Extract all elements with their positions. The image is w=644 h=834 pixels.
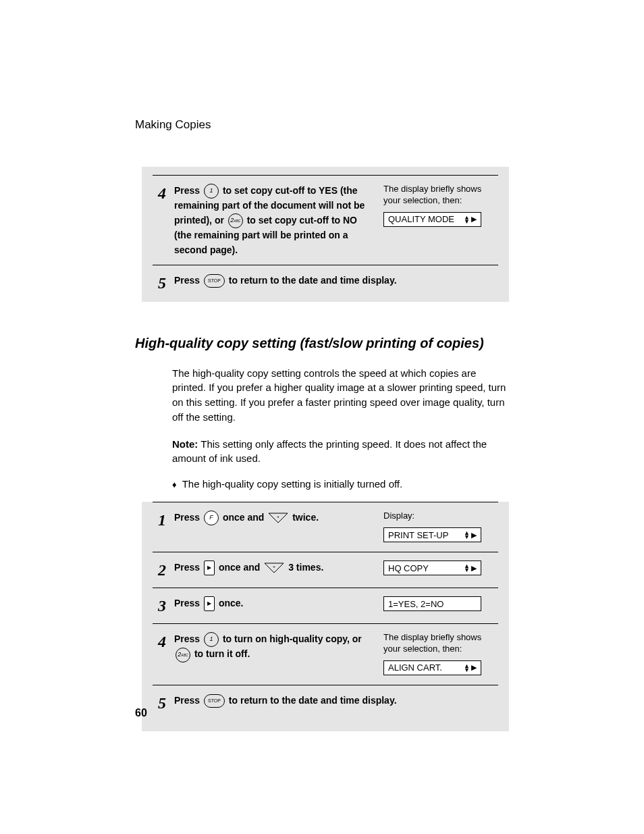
key-2-icon: 2ABC: [176, 648, 190, 662]
display-label: Display:: [383, 511, 498, 522]
key-down-icon: +: [268, 513, 288, 523]
display-note: The display briefly shows your selection…: [383, 632, 498, 655]
bullet-item: The high-quality copy setting is initial…: [172, 478, 509, 490]
key-1-icon: 1: [204, 184, 219, 199]
step-number: 4: [153, 184, 166, 201]
lcd-display: HQ COPY ▲▼▶: [383, 561, 481, 575]
step-number: 5: [153, 273, 166, 291]
page-number: 60: [135, 707, 147, 719]
svg-text:+: +: [273, 565, 276, 569]
page-header: Making Copies: [135, 118, 509, 132]
key-down-icon: +: [264, 563, 284, 573]
scroll-arrows-icon: ▲▼▶: [464, 531, 477, 539]
key-stop-icon: STOP: [204, 694, 225, 708]
step-number: 2: [153, 561, 166, 578]
step-instruction: Press STOP to return to the date and tim…: [174, 694, 498, 708]
note-paragraph: Note: This setting only affects the prin…: [172, 437, 509, 467]
body-paragraph: The high-quality copy setting controls t…: [172, 366, 509, 425]
scroll-arrows-icon: ▲▼▶: [464, 564, 477, 572]
key-right-icon: ▶: [204, 596, 215, 611]
lcd-display: QUALITY MODE ▲▼▶: [383, 212, 481, 227]
scroll-arrows-icon: ▲▼▶: [464, 215, 477, 224]
step-instruction: Press ▶ once and + 3 times.: [174, 561, 383, 575]
display-note: The display briefly shows your selection…: [383, 184, 498, 207]
scroll-arrows-icon: ▲▼▶: [464, 664, 477, 672]
section-heading: High-quality copy setting (fast/slow pri…: [135, 336, 509, 351]
key-2-icon: 2ABC: [228, 213, 243, 228]
lcd-display: 1=YES, 2=NO: [383, 596, 481, 611]
step-instruction: Press 1 to turn on high-quality copy, or…: [174, 632, 383, 662]
procedure-block-2: 1 Press F once and + twice. Display: PRI…: [142, 502, 509, 731]
step-number: 5: [153, 694, 166, 711]
key-1-icon: 1: [204, 632, 219, 647]
step-number: 1: [153, 511, 166, 528]
procedure-block-1: 4 Press 1 to set copy cut-off to YES (th…: [142, 167, 509, 302]
step-number: 4: [153, 632, 166, 650]
key-f-icon: F: [204, 511, 219, 525]
key-right-icon: ▶: [204, 561, 215, 575]
step-instruction: Press ▶ once.: [174, 596, 383, 611]
step-instruction: Press STOP to return to the date and tim…: [174, 273, 498, 288]
lcd-display: ALIGN CART. ▲▼▶: [383, 660, 481, 675]
step-number: 3: [153, 596, 166, 614]
step-instruction: Press F once and + twice.: [174, 511, 383, 525]
key-stop-icon: STOP: [204, 274, 225, 288]
step-instruction: Press 1 to set copy cut-off to YES (the …: [174, 184, 383, 258]
lcd-display: PRINT SET-UP ▲▼▶: [383, 527, 481, 542]
svg-text:+: +: [277, 515, 280, 519]
